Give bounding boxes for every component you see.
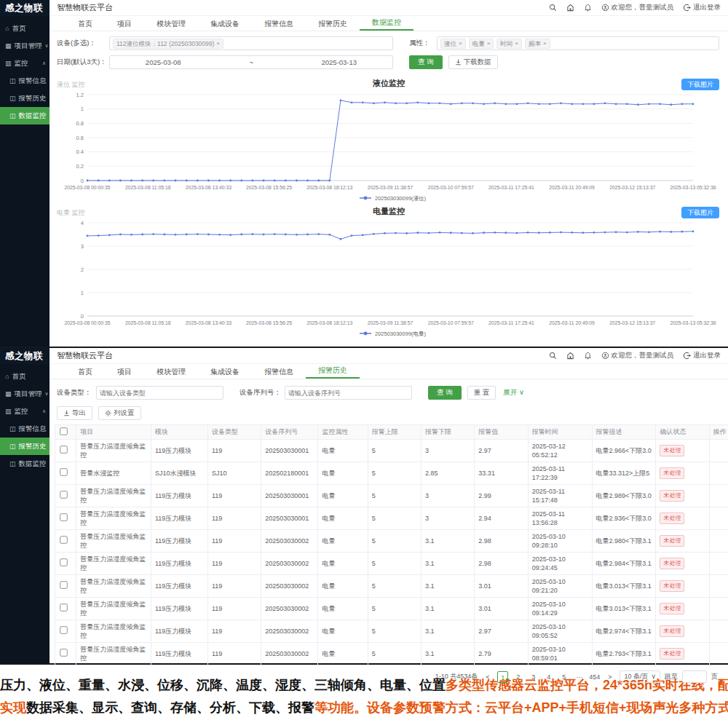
tag-close-icon[interactable]: × <box>515 39 518 48</box>
sidebar-item-projects[interactable]: ▦项目管理∨ <box>0 385 50 403</box>
app-header: 智慧物联云平台 欢迎您，普量测试员 退出登录 <box>50 348 728 364</box>
sidebar-item-home[interactable]: ⌂首页 <box>0 368 50 385</box>
sidebar-item-alarm-history[interactable]: ◫报警历史 <box>0 438 50 455</box>
tab-集成设备[interactable]: 集成设备 <box>198 17 252 31</box>
cell-value: 2.94 <box>475 507 528 530</box>
sidebar-item-projects[interactable]: ▦项目管理∨ <box>0 37 50 55</box>
tag-close-icon[interactable]: × <box>543 39 547 48</box>
tab-报警信息[interactable]: 报警信息 <box>252 17 306 31</box>
serial-input[interactable] <box>285 386 412 400</box>
date-label: 日期(默认3天)： <box>57 58 109 67</box>
row-checkbox[interactable] <box>60 626 67 633</box>
tag-close-icon[interactable]: × <box>216 39 220 48</box>
tab-首页[interactable]: 首页 <box>66 365 105 379</box>
building-icon[interactable] <box>566 352 574 360</box>
welcome-user[interactable]: 欢迎您，普量测试员 <box>601 351 674 360</box>
bell-icon[interactable] <box>584 4 592 12</box>
status-badge[interactable]: 未处理 <box>660 603 684 614</box>
device-type-input[interactable] <box>96 386 223 400</box>
bell-icon[interactable] <box>584 352 592 360</box>
page-button[interactable]: 5 <box>558 671 569 683</box>
sidebar-item-home[interactable]: ⌂首页 <box>0 20 50 37</box>
query-button[interactable]: 查 询 <box>409 55 443 69</box>
row-checkbox[interactable] <box>60 468 67 475</box>
page: 感之物联 ⌂首页▦项目管理∨▥监控∧◫报警信息◫报警历史◫数据监控 智慧物联云平… <box>0 0 728 728</box>
page-size-select[interactable]: 10 条/页∨ <box>620 670 660 683</box>
select-all-checkbox[interactable] <box>60 427 67 435</box>
svg-text:0.8: 0.8 <box>76 120 84 127</box>
attribute-multiselect[interactable]: 液位×电量×时间×频率× <box>437 36 719 50</box>
search-icon[interactable] <box>549 4 557 12</box>
device-label: 设备(多选)： <box>57 39 109 48</box>
tab-报警历史[interactable]: 报警历史 <box>306 17 360 31</box>
tag-close-icon[interactable]: × <box>459 39 462 48</box>
cell-upper: 5 <box>368 553 421 575</box>
tab-项目[interactable]: 项目 <box>105 365 144 379</box>
page-button[interactable]: 454 <box>589 671 600 683</box>
cell-value: 3.01 <box>475 575 528 598</box>
row-checkbox[interactable] <box>60 446 67 453</box>
row-checkbox[interactable] <box>60 649 67 656</box>
download-data-button[interactable]: 下载数据 <box>448 55 498 69</box>
logout-button[interactable]: 退出登录 <box>683 3 721 12</box>
status-badge[interactable]: 未处理 <box>660 648 684 660</box>
jump-page-input[interactable] <box>682 670 707 683</box>
tab-首页[interactable]: 首页 <box>66 17 105 31</box>
page-button[interactable]: 4 <box>543 671 554 683</box>
building-icon[interactable] <box>566 4 574 12</box>
cell-device_type: 119 <box>208 530 261 553</box>
prev-page-button[interactable]: < <box>482 671 493 683</box>
cell-attr: 电量 <box>318 575 368 598</box>
tab-模块管理[interactable]: 模块管理 <box>144 17 198 31</box>
status-badge[interactable]: 未处理 <box>660 445 684 456</box>
download-image-button[interactable]: 下载图片 <box>681 79 719 90</box>
page-button[interactable]: 2 <box>513 671 523 683</box>
sidebar-item-data-monitor[interactable]: ◫数据监控 <box>0 455 50 472</box>
status-badge[interactable]: 未处理 <box>660 513 684 524</box>
reset-button[interactable]: 重 置 <box>467 386 496 400</box>
device-multiselect[interactable]: 112液位模块：112 (202503030099)× <box>109 36 393 50</box>
status-badge[interactable]: 未处理 <box>660 535 684 547</box>
tab-报警信息[interactable]: 报警信息 <box>252 365 306 379</box>
row-checkbox[interactable] <box>60 558 67 566</box>
sidebar-item-alarm-info[interactable]: ◫报警信息 <box>0 420 50 438</box>
page-button[interactable]: 1 <box>497 671 508 683</box>
row-checkbox[interactable] <box>60 604 67 611</box>
sidebar-item-monitor[interactable]: ▥监控∧ <box>0 403 50 420</box>
tab-项目[interactable]: 项目 <box>105 17 144 31</box>
chevron-down-icon: ∨ <box>651 671 656 682</box>
logout-button[interactable]: 退出登录 <box>683 351 721 360</box>
sidebar-item-data-monitor[interactable]: ◫数据监控 <box>0 107 50 124</box>
page-button[interactable]: 3 <box>528 671 539 683</box>
download-image-button[interactable]: 下载图片 <box>681 207 719 218</box>
sidebar-item-alarm-history[interactable]: ◫报警历史 <box>0 90 50 107</box>
expand-toggle[interactable]: 展开 ∨ <box>503 388 524 397</box>
search-icon[interactable] <box>549 352 557 360</box>
tab-报警历史[interactable]: 报警历史 <box>306 364 360 379</box>
device-tag: 112液位模块：112 (202503030099)× <box>113 39 223 49</box>
query-button[interactable]: 查 询 <box>428 386 462 400</box>
column-settings-button[interactable]: 列设置 <box>98 406 141 420</box>
welcome-user[interactable]: 欢迎您，普量测试员 <box>601 3 674 12</box>
row-checkbox[interactable] <box>60 581 67 588</box>
export-button[interactable]: 导出 <box>57 406 92 420</box>
cell-module: 119压力模块 <box>151 620 207 643</box>
status-badge[interactable]: 未处理 <box>660 490 684 502</box>
cell-op <box>709 553 728 575</box>
next-page-button[interactable]: > <box>604 671 615 683</box>
date-range-picker[interactable]: 2025-03-08 ~ 2025-03-13 <box>109 55 393 69</box>
tag-close-icon[interactable]: × <box>487 39 491 48</box>
status-badge[interactable]: 未处理 <box>660 558 684 569</box>
tab-模块管理[interactable]: 模块管理 <box>144 365 198 379</box>
row-checkbox[interactable] <box>60 536 67 543</box>
tab-数据监控[interactable]: 数据监控 <box>360 16 414 31</box>
status-badge[interactable]: 未处理 <box>660 467 684 479</box>
cell-value: 2.79 <box>475 643 528 665</box>
status-badge[interactable]: 未处理 <box>660 625 684 637</box>
sidebar-item-alarm-info[interactable]: ◫报警信息 <box>0 72 50 90</box>
row-checkbox[interactable] <box>60 513 67 521</box>
sidebar-item-monitor[interactable]: ▥监控∧ <box>0 55 50 72</box>
status-badge[interactable]: 未处理 <box>660 580 684 592</box>
tab-集成设备[interactable]: 集成设备 <box>198 365 252 379</box>
row-checkbox[interactable] <box>60 491 67 498</box>
